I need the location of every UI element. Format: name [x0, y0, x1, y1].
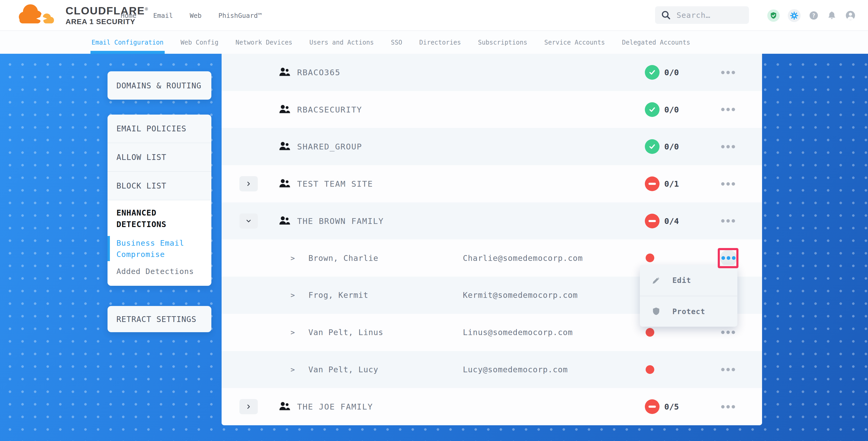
group-name: THE BROWN FAMILY: [297, 202, 384, 240]
user-row-chevron: >: [290, 314, 295, 351]
active-item-indicator-bar: [107, 236, 110, 261]
section-tab[interactable]: Service Accounts: [545, 31, 605, 54]
group-people-icon: [279, 401, 290, 412]
table-row: THE JOE FAMILY 0/5: [222, 388, 762, 425]
sidebar-item-retract-settings[interactable]: RETRACT SETTINGS: [107, 306, 211, 332]
sidebar-item-business-email-compromise[interactable]: Business Email Compromise: [117, 238, 203, 260]
user-row-chevron: >: [290, 240, 295, 277]
section-tab[interactable]: Users and Actions: [309, 31, 374, 54]
nav-item[interactable]: PhishGuard™: [218, 12, 262, 20]
account-avatar-icon[interactable]: [845, 10, 856, 21]
table-row: TEST TEAM SITE 0/1: [222, 165, 762, 202]
row-actions-button-active[interactable]: [720, 250, 737, 266]
row-actions-button[interactable]: [717, 176, 739, 192]
user-name: Van Pelt, Lucy: [308, 351, 378, 388]
table-row: SHARED_GROUP 0/0: [222, 128, 762, 165]
row-actions-button[interactable]: [717, 398, 739, 415]
section-tab[interactable]: Network Devices: [236, 31, 292, 54]
section-tab[interactable]: Delegated Accounts: [622, 31, 690, 54]
protected-count: 0/0: [664, 91, 679, 128]
header-icon-cluster: ?: [767, 0, 856, 31]
protected-count: 0/4: [664, 202, 679, 240]
table-row: THE BROWN FAMILY 0/4: [222, 202, 762, 240]
row-actions-button[interactable]: [717, 213, 739, 229]
protected-count: 0/1: [664, 165, 679, 202]
sidebar-item-allow-list[interactable]: ALLOW LIST: [107, 143, 211, 172]
shield-check-icon[interactable]: [767, 9, 780, 22]
primary-nav: HomeEmailWebPhishGuard™: [121, 0, 262, 31]
user-row-chevron: >: [290, 277, 295, 314]
table-row: RBACO365 0/0: [222, 54, 762, 91]
protected-count: 0/0: [664, 54, 679, 91]
user-row-chevron: >: [290, 351, 295, 388]
status-alert-dot: [646, 365, 654, 374]
protected-count: 0/5: [664, 388, 679, 425]
table-row: RBACSECURITY 0/0: [222, 91, 762, 128]
status-blocked-icon: [645, 399, 659, 414]
status-blocked-icon: [645, 177, 659, 191]
group-name: RBACSECURITY: [297, 91, 362, 128]
group-people-icon: [279, 216, 290, 226]
section-tab[interactable]: Subscriptions: [478, 31, 527, 54]
section-tab[interactable]: Directories: [419, 31, 461, 54]
table-row: > Van Pelt, Lucy Lucy@somedemocorp.com: [222, 351, 762, 388]
group-name: THE JOE FAMILY: [297, 388, 373, 425]
group-people-icon: [279, 141, 290, 152]
group-name: SHARED_GROUP: [297, 128, 362, 165]
nav-item[interactable]: Email: [153, 12, 173, 20]
enhanced-detections-section: ENHANCED DETECTIONS Business Email Compr…: [107, 200, 211, 286]
expand-chevron-button[interactable]: [240, 176, 258, 191]
group-name: RBACO365: [297, 54, 340, 91]
section-tabbar: Email Configuration Web Config Network D…: [0, 31, 868, 54]
row-actions-button[interactable]: [717, 64, 739, 81]
protected-count: 0/0: [664, 128, 679, 165]
row-actions-button[interactable]: [717, 101, 739, 118]
status-blocked-icon: [645, 214, 659, 228]
enhanced-detections-title: ENHANCED DETECTIONS: [117, 207, 203, 230]
nav-item[interactable]: Web: [190, 12, 202, 20]
row-actions-button[interactable]: [717, 138, 739, 155]
directory-table: RBACO365 0/0 RBACSEC: [222, 54, 762, 425]
section-tab[interactable]: Web Config: [181, 31, 219, 54]
context-menu-item[interactable]: Protect: [640, 296, 737, 327]
search-icon: [661, 10, 671, 21]
user-email: Charlie@somedemocorp.com: [463, 240, 583, 277]
status-ok-icon: [645, 65, 659, 80]
help-icon[interactable]: ?: [809, 10, 819, 21]
group-people-icon: [279, 67, 290, 77]
status-alert-dot: [646, 328, 654, 337]
svg-text:?: ?: [812, 12, 815, 19]
expand-chevron-button[interactable]: [240, 399, 258, 414]
status-alert-dot: [646, 254, 654, 262]
user-name: Frog, Kermit: [308, 277, 368, 314]
notifications-bell-icon[interactable]: [827, 10, 837, 21]
cloudflare-cloud-icon: [13, 2, 61, 29]
group-people-icon: [279, 104, 290, 115]
user-name: Brown, Charlie: [308, 240, 378, 277]
expand-chevron-button[interactable]: [240, 213, 258, 229]
group-people-icon: [279, 178, 290, 189]
context-menu-item[interactable]: Edit: [640, 265, 737, 296]
sidebar-item-added-detections[interactable]: Added Detections: [117, 267, 203, 276]
app-header: CLOUDFLARE® AREA 1 SECURITY HomeEmailWeb…: [0, 0, 868, 31]
section-tab[interactable]: SSO: [391, 31, 402, 54]
search-input[interactable]: [677, 11, 743, 20]
context-menu-item-label: Edit: [672, 276, 691, 285]
section-tab[interactable]: Email Configuration: [92, 31, 164, 54]
sidebar-item-block-list[interactable]: BLOCK LIST: [107, 172, 211, 200]
pencil-icon: [651, 276, 661, 285]
settings-gear-icon[interactable]: [788, 9, 801, 22]
group-name: TEST TEAM SITE: [297, 165, 373, 202]
sidebar-card-domains-routing: DOMAINS & ROUTING: [107, 71, 211, 100]
search-box[interactable]: [655, 6, 749, 24]
sidebar-item-domains-routing[interactable]: DOMAINS & ROUTING: [107, 71, 211, 100]
user-email: Lucy@somedemocorp.com: [463, 351, 568, 388]
nav-item[interactable]: Home: [121, 12, 136, 20]
shield-icon: [651, 307, 661, 316]
user-email: Linus@somedemocorp.com: [463, 314, 573, 351]
sidebar-item-email-policies[interactable]: EMAIL POLICIES: [107, 115, 211, 143]
status-ok-icon: [645, 102, 659, 117]
sidebar-card-policies: EMAIL POLICIES ALLOW LIST BLOCK LIST ENH…: [107, 115, 211, 286]
sidebar-card-retract: RETRACT SETTINGS: [107, 306, 211, 332]
row-actions-button[interactable]: [717, 361, 739, 378]
